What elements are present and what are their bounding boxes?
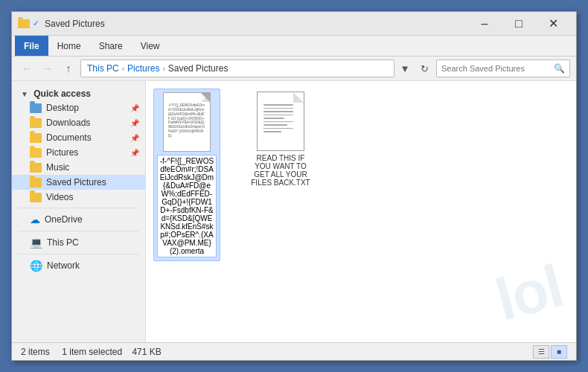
forward-button[interactable]: → xyxy=(39,60,57,77)
encrypted-file-icon: -f-^F!{[_REWOSdfeEOm#r;!DSAEiJcdRskJ@Dm{… xyxy=(163,92,211,152)
view-details-button[interactable]: ☰ xyxy=(533,345,549,359)
txt-file-icon xyxy=(257,92,304,151)
sidebar-item-saved-pictures[interactable]: Saved Pictures xyxy=(12,175,145,190)
saved-pictures-folder-icon xyxy=(30,178,42,187)
breadcrumb-pictures[interactable]: Pictures xyxy=(127,63,159,74)
search-bar[interactable]: 🔍 xyxy=(436,60,570,77)
sidebar-item-music-label: Music xyxy=(46,162,69,173)
titlebar-icons: ✓ xyxy=(18,19,39,28)
sidebar-item-network-label: Network xyxy=(47,260,80,271)
statusbar: 2 items 1 item selected 471 KB ☰ ■ xyxy=(12,342,576,360)
videos-folder-icon xyxy=(30,193,42,202)
sidebar-item-saved-pictures-label: Saved Pictures xyxy=(46,177,106,187)
titlebar: ✓ Saved Pictures – □ ✕ xyxy=(12,12,576,36)
sidebar-item-thispc[interactable]: 💻 This PC xyxy=(12,234,145,251)
sidebar-item-desktop-label: Desktop xyxy=(46,103,79,113)
search-icon: 🔍 xyxy=(554,63,565,74)
file-area: lol -f-^F!{[_REWOSdfeEOm#r;!DSAEiJcdRskJ… xyxy=(146,81,576,342)
sidebar-divider-3 xyxy=(18,254,139,254)
sidebar-item-videos-label: Videos xyxy=(46,192,73,202)
sidebar-item-downloads[interactable]: Downloads 📌 xyxy=(12,115,145,130)
sidebar-item-documents[interactable]: Documents 📌 xyxy=(12,130,145,145)
watermark: lol xyxy=(488,251,569,334)
pin-icon-documents: 📌 xyxy=(130,134,139,142)
statusbar-info: 2 items 1 item selected 471 KB xyxy=(21,347,533,357)
sidebar-item-music[interactable]: Music xyxy=(12,160,145,175)
refresh-button[interactable]: ↻ xyxy=(415,60,433,77)
documents-folder-icon xyxy=(30,133,42,143)
tab-home[interactable]: Home xyxy=(48,36,90,56)
breadcrumb: This PC › Pictures › Saved Pictures xyxy=(80,60,394,77)
onedrive-icon: ☁ xyxy=(30,214,40,225)
sidebar-divider-1 xyxy=(18,208,139,208)
sidebar: ▼ Quick access Desktop 📌 Downloads 📌 Doc… xyxy=(12,81,146,342)
view-buttons: ☰ ■ xyxy=(533,345,567,359)
file-item-encrypted[interactable]: -f-^F!{[_REWOSdfeEOm#r;!DSAEiJcdRskJ@Dm{… xyxy=(153,89,220,261)
encrypted-file-name: -f-^F!{[_REWOSdfeEOm#r;!DSAEiJcdRskJ@Dm{… xyxy=(157,155,217,257)
downloads-folder-icon xyxy=(30,118,42,128)
breadcrumb-current: Saved Pictures xyxy=(168,63,229,74)
ribbon: File Home Share View xyxy=(12,36,576,57)
thispc-icon: 💻 xyxy=(30,237,42,248)
window-title: Saved Pictures xyxy=(45,19,467,29)
sidebar-item-pictures-label: Pictures xyxy=(46,147,78,158)
sidebar-item-downloads-label: Downloads xyxy=(46,118,90,128)
pin-icon-pictures: 📌 xyxy=(130,149,139,157)
quick-access-label: Quick access xyxy=(33,89,91,99)
addressbar: ← → ↑ This PC › Pictures › Saved Picture… xyxy=(12,57,576,81)
pictures-folder-icon xyxy=(30,148,42,158)
breadcrumb-dropdown[interactable]: ▼ xyxy=(397,60,412,77)
breadcrumb-thispc[interactable]: This PC xyxy=(87,63,119,74)
breadcrumb-sep-2: › xyxy=(162,65,164,73)
expand-arrow-icon: ▼ xyxy=(21,90,28,98)
sidebar-item-onedrive-label: OneDrive xyxy=(45,214,83,225)
close-button[interactable]: ✕ xyxy=(536,12,570,36)
window-controls: – □ ✕ xyxy=(467,12,570,36)
breadcrumb-sep-1: › xyxy=(122,65,124,73)
sidebar-item-onedrive[interactable]: ☁ OneDrive xyxy=(12,211,145,228)
sidebar-item-videos[interactable]: Videos xyxy=(12,190,145,205)
explorer-window: ✓ Saved Pictures – □ ✕ File Home Share V… xyxy=(11,11,577,361)
minimize-button[interactable]: – xyxy=(467,12,502,36)
pin-icon-downloads: 📌 xyxy=(130,119,139,127)
pin-icon: 📌 xyxy=(130,104,139,112)
items-count: 2 items xyxy=(21,347,50,357)
maximize-button[interactable]: □ xyxy=(502,12,536,36)
sidebar-item-network[interactable]: 🌐 Network xyxy=(12,257,145,274)
file-item-txt[interactable]: READ THIS IF YOU WANT TO GET ALL YOUR FI… xyxy=(247,89,314,190)
sidebar-item-pictures[interactable]: Pictures 📌 xyxy=(12,145,145,160)
selected-info: 1 item selected xyxy=(62,347,122,357)
main-area: ▼ Quick access Desktop 📌 Downloads 📌 Doc… xyxy=(12,81,576,342)
back-button[interactable]: ← xyxy=(18,60,36,77)
tab-share[interactable]: Share xyxy=(90,36,132,56)
network-icon: 🌐 xyxy=(30,260,42,272)
txt-file-name: READ THIS IF YOU WANT TO GET ALL YOUR FI… xyxy=(250,154,311,187)
tab-file[interactable]: File xyxy=(15,36,48,56)
music-folder-icon xyxy=(30,163,42,173)
view-large-icons-button[interactable]: ■ xyxy=(551,345,567,359)
window-folder-icon xyxy=(18,19,30,28)
tab-view[interactable]: View xyxy=(132,36,169,56)
sidebar-item-desktop[interactable]: Desktop 📌 xyxy=(12,100,145,115)
search-input[interactable] xyxy=(441,64,554,73)
sidebar-item-thispc-label: This PC xyxy=(47,237,79,248)
sidebar-divider-2 xyxy=(18,231,139,231)
check-icon: ✓ xyxy=(33,19,39,28)
sidebar-quick-access-header[interactable]: ▼ Quick access xyxy=(12,84,145,100)
up-button[interactable]: ↑ xyxy=(60,60,77,77)
encrypted-file-preview: -f-^F!{[_REWOSdfeEOm#r;!DSAEiJcdRskJ@Dm{… xyxy=(168,103,205,147)
sidebar-item-documents-label: Documents xyxy=(46,132,92,143)
file-size: 471 KB xyxy=(132,347,161,357)
desktop-folder-icon xyxy=(30,103,42,113)
ribbon-tabs: File Home Share View xyxy=(12,36,576,57)
